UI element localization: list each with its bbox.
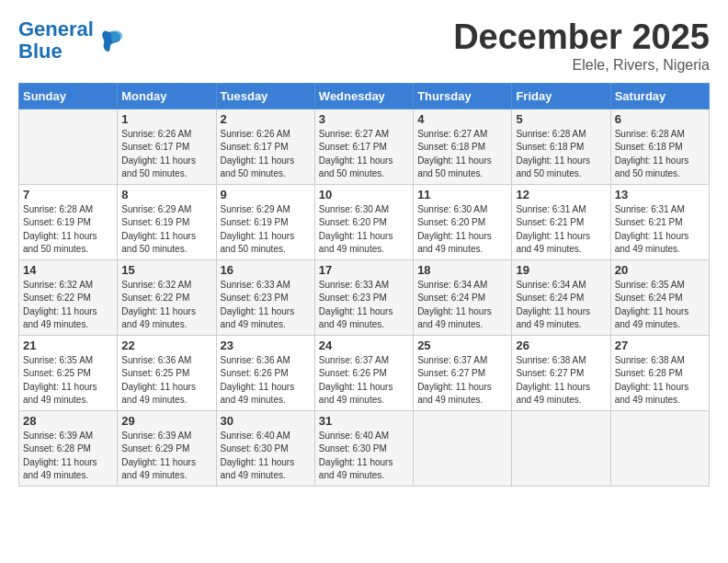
day-number: 24: [319, 339, 409, 352]
week-row-1: 1Sunrise: 6:26 AMSunset: 6:17 PMDaylight…: [19, 109, 710, 184]
calendar-cell: [610, 410, 709, 486]
day-number: 19: [516, 263, 606, 277]
calendar-cell: 17Sunrise: 6:33 AMSunset: 6:23 PMDayligh…: [314, 259, 413, 335]
day-number: 14: [23, 263, 113, 277]
day-number: 5: [516, 112, 606, 126]
day-number: 23: [221, 339, 311, 352]
day-header-saturday: Saturday: [610, 83, 709, 109]
calendar-cell: 26Sunrise: 6:38 AMSunset: 6:27 PMDayligh…: [512, 335, 610, 410]
day-info: Sunrise: 6:32 AMSunset: 6:22 PMDaylight:…: [23, 279, 113, 332]
day-number: 11: [417, 188, 507, 201]
calendar-cell: 21Sunrise: 6:35 AMSunset: 6:25 PMDayligh…: [19, 335, 118, 410]
day-info: Sunrise: 6:28 AMSunset: 6:18 PMDaylight:…: [615, 128, 705, 181]
day-info: Sunrise: 6:34 AMSunset: 6:24 PMDaylight:…: [516, 279, 606, 332]
day-number: 29: [121, 414, 211, 428]
calendar-cell: 5Sunrise: 6:28 AMSunset: 6:18 PMDaylight…: [512, 109, 610, 184]
week-row-3: 14Sunrise: 6:32 AMSunset: 6:22 PMDayligh…: [19, 259, 710, 335]
calendar-cell: 14Sunrise: 6:32 AMSunset: 6:22 PMDayligh…: [19, 259, 118, 335]
day-info: Sunrise: 6:40 AMSunset: 6:30 PMDaylight:…: [319, 430, 409, 483]
day-number: 25: [417, 339, 507, 352]
day-info: Sunrise: 6:29 AMSunset: 6:19 PMDaylight:…: [221, 203, 311, 257]
calendar-cell: 19Sunrise: 6:34 AMSunset: 6:24 PMDayligh…: [512, 259, 610, 335]
day-number: 16: [221, 263, 311, 277]
day-number: 6: [615, 112, 705, 126]
day-header-friday: Friday: [512, 83, 610, 109]
day-number: 17: [319, 263, 409, 277]
day-header-thursday: Thursday: [414, 83, 512, 109]
calendar-cell: [19, 109, 118, 184]
day-info: Sunrise: 6:30 AMSunset: 6:20 PMDaylight:…: [417, 203, 507, 257]
week-row-5: 28Sunrise: 6:39 AMSunset: 6:28 PMDayligh…: [19, 410, 710, 486]
day-info: Sunrise: 6:28 AMSunset: 6:18 PMDaylight:…: [516, 128, 606, 181]
day-info: Sunrise: 6:30 AMSunset: 6:20 PMDaylight:…: [319, 203, 409, 257]
day-info: Sunrise: 6:28 AMSunset: 6:19 PMDaylight:…: [23, 203, 113, 257]
day-number: 1: [121, 112, 211, 126]
day-info: Sunrise: 6:37 AMSunset: 6:26 PMDaylight:…: [319, 354, 409, 408]
day-info: Sunrise: 6:39 AMSunset: 6:29 PMDaylight:…: [121, 430, 211, 483]
day-header-monday: Monday: [118, 83, 216, 109]
calendar-cell: 18Sunrise: 6:34 AMSunset: 6:24 PMDayligh…: [414, 259, 512, 335]
week-row-2: 7Sunrise: 6:28 AMSunset: 6:19 PMDaylight…: [19, 184, 710, 259]
calendar-cell: 30Sunrise: 6:40 AMSunset: 6:30 PMDayligh…: [216, 410, 314, 486]
calendar-cell: 20Sunrise: 6:35 AMSunset: 6:24 PMDayligh…: [610, 259, 709, 335]
calendar-cell: 1Sunrise: 6:26 AMSunset: 6:17 PMDaylight…: [118, 109, 216, 184]
day-info: Sunrise: 6:36 AMSunset: 6:26 PMDaylight:…: [221, 354, 311, 408]
calendar-cell: 3Sunrise: 6:27 AMSunset: 6:17 PMDaylight…: [314, 109, 413, 184]
page-header: GeneralBlue December 2025 Elele, Rivers,…: [18, 18, 710, 74]
day-info: Sunrise: 6:35 AMSunset: 6:25 PMDaylight:…: [23, 354, 113, 408]
day-info: Sunrise: 6:27 AMSunset: 6:17 PMDaylight:…: [319, 128, 409, 181]
day-number: 20: [615, 263, 705, 277]
calendar-cell: [512, 410, 610, 486]
logo: GeneralBlue: [18, 18, 123, 63]
calendar-cell: 12Sunrise: 6:31 AMSunset: 6:21 PMDayligh…: [512, 184, 610, 259]
calendar-cell: 11Sunrise: 6:30 AMSunset: 6:20 PMDayligh…: [414, 184, 512, 259]
month-title: December 2025: [453, 18, 710, 57]
week-row-4: 21Sunrise: 6:35 AMSunset: 6:25 PMDayligh…: [19, 335, 710, 410]
calendar-cell: [414, 410, 512, 486]
day-number: 7: [23, 188, 113, 201]
location: Elele, Rivers, Nigeria: [453, 57, 710, 74]
day-number: 28: [23, 414, 113, 428]
day-number: 18: [417, 263, 507, 277]
calendar-cell: 24Sunrise: 6:37 AMSunset: 6:26 PMDayligh…: [314, 335, 413, 410]
day-info: Sunrise: 6:39 AMSunset: 6:28 PMDaylight:…: [23, 430, 113, 483]
day-number: 22: [121, 339, 211, 352]
day-header-tuesday: Tuesday: [216, 83, 314, 109]
calendar-cell: 28Sunrise: 6:39 AMSunset: 6:28 PMDayligh…: [19, 410, 118, 486]
day-number: 30: [221, 414, 311, 428]
day-info: Sunrise: 6:40 AMSunset: 6:30 PMDaylight:…: [221, 430, 311, 483]
calendar-cell: 10Sunrise: 6:30 AMSunset: 6:20 PMDayligh…: [314, 184, 413, 259]
calendar-cell: 9Sunrise: 6:29 AMSunset: 6:19 PMDaylight…: [216, 184, 314, 259]
day-number: 3: [319, 112, 409, 126]
day-number: 15: [121, 263, 211, 277]
day-info: Sunrise: 6:33 AMSunset: 6:23 PMDaylight:…: [319, 279, 409, 332]
logo-text: GeneralBlue: [18, 18, 94, 63]
calendar-cell: 29Sunrise: 6:39 AMSunset: 6:29 PMDayligh…: [118, 410, 216, 486]
calendar-cell: 6Sunrise: 6:28 AMSunset: 6:18 PMDaylight…: [610, 109, 709, 184]
calendar-cell: 4Sunrise: 6:27 AMSunset: 6:18 PMDaylight…: [414, 109, 512, 184]
day-info: Sunrise: 6:38 AMSunset: 6:27 PMDaylight:…: [516, 354, 606, 408]
day-number: 26: [516, 339, 606, 352]
day-info: Sunrise: 6:26 AMSunset: 6:17 PMDaylight:…: [221, 128, 311, 181]
day-header-sunday: Sunday: [19, 83, 118, 109]
day-info: Sunrise: 6:37 AMSunset: 6:27 PMDaylight:…: [417, 354, 507, 408]
calendar-cell: 8Sunrise: 6:29 AMSunset: 6:19 PMDaylight…: [118, 184, 216, 259]
calendar-cell: 15Sunrise: 6:32 AMSunset: 6:22 PMDayligh…: [118, 259, 216, 335]
day-info: Sunrise: 6:33 AMSunset: 6:23 PMDaylight:…: [221, 279, 311, 332]
calendar-cell: 25Sunrise: 6:37 AMSunset: 6:27 PMDayligh…: [414, 335, 512, 410]
calendar-cell: 16Sunrise: 6:33 AMSunset: 6:23 PMDayligh…: [216, 259, 314, 335]
calendar-cell: 7Sunrise: 6:28 AMSunset: 6:19 PMDaylight…: [19, 184, 118, 259]
day-number: 12: [516, 188, 606, 201]
day-number: 10: [319, 188, 409, 201]
calendar-cell: 13Sunrise: 6:31 AMSunset: 6:21 PMDayligh…: [610, 184, 709, 259]
day-number: 4: [417, 112, 507, 126]
logo-icon: [96, 27, 123, 54]
day-info: Sunrise: 6:29 AMSunset: 6:19 PMDaylight:…: [121, 203, 211, 257]
day-info: Sunrise: 6:38 AMSunset: 6:28 PMDaylight:…: [615, 354, 705, 408]
day-info: Sunrise: 6:34 AMSunset: 6:24 PMDaylight:…: [417, 279, 507, 332]
day-number: 9: [221, 188, 311, 201]
day-info: Sunrise: 6:31 AMSunset: 6:21 PMDaylight:…: [516, 203, 606, 257]
calendar-cell: 22Sunrise: 6:36 AMSunset: 6:25 PMDayligh…: [118, 335, 216, 410]
calendar-cell: 2Sunrise: 6:26 AMSunset: 6:17 PMDaylight…: [216, 109, 314, 184]
calendar-cell: 27Sunrise: 6:38 AMSunset: 6:28 PMDayligh…: [610, 335, 709, 410]
